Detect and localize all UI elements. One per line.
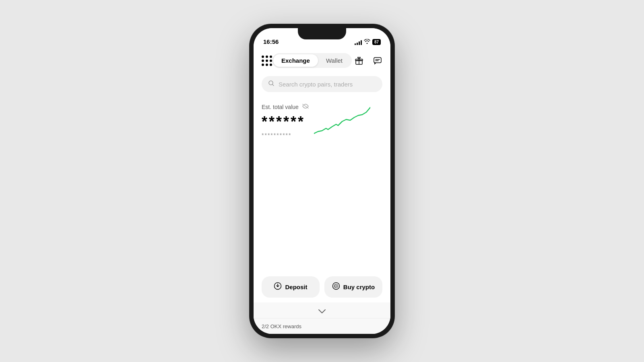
action-buttons: Deposit Buy crypto: [262, 270, 382, 298]
visibility-toggle-icon[interactable]: [302, 103, 309, 110]
phone-device: 16:56 87: [250, 24, 394, 338]
gift-button[interactable]: [352, 53, 366, 68]
buy-crypto-label: Buy crypto: [343, 284, 375, 290]
notch: [298, 28, 346, 39]
tab-group: Exchange Wallet: [272, 53, 352, 68]
status-bar: 16:56 87: [254, 28, 390, 48]
search-bar[interactable]: Search crypto pairs, traders: [262, 76, 382, 92]
buy-crypto-icon: [332, 282, 340, 292]
search-placeholder: Search crypto pairs, traders: [279, 81, 353, 88]
svg-rect-2: [374, 58, 381, 63]
grid-menu-button[interactable]: [262, 56, 272, 66]
chevron-section[interactable]: [254, 302, 390, 318]
buy-crypto-button[interactable]: Buy crypto: [324, 276, 382, 298]
mini-chart: [314, 103, 370, 140]
nav-tabs: Exchange Wallet: [272, 53, 352, 68]
est-label: Est. total value: [262, 104, 299, 110]
chevron-down-icon[interactable]: [318, 307, 326, 316]
search-icon: [268, 80, 275, 88]
deposit-label: Deposit: [285, 284, 307, 290]
app-content: Exchange Wallet: [254, 48, 390, 334]
signal-icon: [355, 39, 362, 45]
rewards-bar: 2/2 OKX rewards: [254, 318, 390, 334]
deposit-icon: [274, 282, 282, 292]
svg-point-7: [335, 286, 336, 287]
rewards-text: 2/2 OKX rewards: [262, 323, 301, 329]
deposit-button[interactable]: Deposit: [262, 276, 320, 298]
nav-actions: [352, 53, 385, 68]
wifi-icon: [364, 39, 370, 45]
phone-screen: 16:56 87: [254, 28, 390, 334]
tab-wallet[interactable]: Wallet: [318, 54, 351, 67]
messages-button[interactable]: [370, 53, 385, 68]
search-section: Search crypto pairs, traders: [254, 73, 390, 97]
portfolio-main: Est. total value ****** **********: [262, 103, 382, 146]
portfolio-section: Est. total value ****** **********: [254, 97, 390, 302]
status-icons: 87: [355, 39, 381, 45]
tab-exchange[interactable]: Exchange: [273, 54, 318, 67]
nav-bar: Exchange Wallet: [254, 48, 390, 73]
battery-indicator: 87: [372, 39, 381, 45]
